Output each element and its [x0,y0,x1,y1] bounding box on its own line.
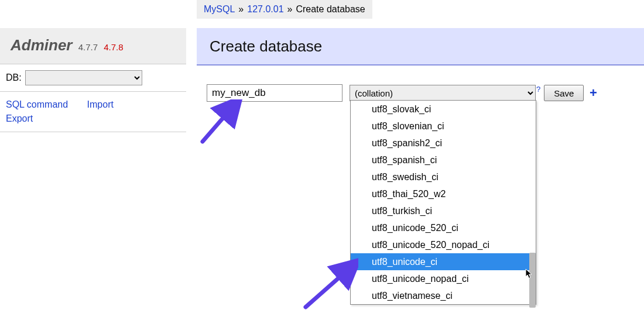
breadcrumb-current: Create database [296,4,365,15]
link-sql-command[interactable]: SQL command [6,99,68,109]
collation-option[interactable]: utf8_unicode_ci [351,253,536,270]
breadcrumb-sep: » [287,4,293,15]
db-label: DB: [6,73,22,83]
db-select[interactable] [25,70,142,85]
app-version: 4.7.7 [78,42,98,52]
help-icon[interactable]: ? [536,85,540,94]
collation-dropdown-list[interactable]: utf8_slovak_ciutf8_slovenian_ciutf8_span… [350,100,536,305]
collation-option[interactable]: utf8_swedish_ci [351,168,536,185]
collation-option[interactable]: utf8_slovenian_ci [351,118,536,135]
breadcrumb-driver[interactable]: MySQL [204,4,235,15]
breadcrumb-host[interactable]: 127.0.01 [247,4,283,15]
side-links: SQL command Import Export [0,92,186,132]
save-button[interactable]: Save [544,85,584,101]
collation-option[interactable]: utf8_unicode_nopad_ci [351,270,536,287]
collation-select[interactable]: (collation) [350,85,536,101]
annotation-arrow-icon [198,99,245,146]
annotation-arrow-icon [300,257,358,310]
collation-option[interactable]: utf8_slovak_ci [351,101,536,118]
plus-icon[interactable]: + [587,87,599,99]
link-export[interactable]: Export [6,113,33,123]
db-selector-row: DB: [0,64,186,92]
scrollbar-thumb[interactable] [529,253,536,308]
collation-option[interactable]: utf8_spanish_ci [351,151,536,168]
collation-option[interactable]: utf8_unicode_520_nopad_ci [351,236,536,253]
db-name-input[interactable] [207,84,342,102]
logo-box: Adminer 4.7.7 4.7.8 [0,28,186,64]
collation-option[interactable]: utf8_unicode_520_ci [351,219,536,236]
collation-option[interactable]: utf8_spanish2_ci [351,135,536,151]
link-import[interactable]: Import [87,99,114,109]
breadcrumb-sep: » [238,4,244,15]
create-db-form: (collation) ? Save + [207,84,599,102]
sidebar: Adminer 4.7.7 4.7.8 DB: SQL command Impo… [0,28,186,132]
app-new-version[interactable]: 4.7.8 [104,42,123,52]
collation-option[interactable]: utf8_thai_520_w2 [351,185,536,202]
collation-option[interactable]: utf8_turkish_ci [351,202,536,219]
page-title: Create database [197,28,644,66]
collation-option[interactable]: utf8_vietnamese_ci [351,287,536,304]
breadcrumb: MySQL » 127.0.01 » Create database [197,0,372,19]
app-title: Adminer [11,36,72,54]
